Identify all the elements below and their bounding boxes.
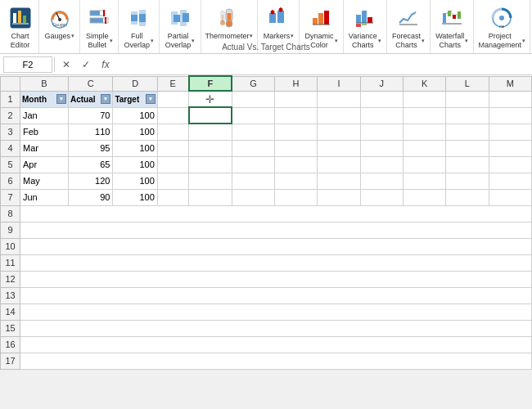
thermometer-button[interactable]: Thermometer▾	[202, 3, 255, 43]
cell-f7[interactable]	[189, 189, 232, 205]
cell-h2[interactable]	[274, 107, 317, 124]
cell-g2[interactable]	[232, 107, 274, 124]
cell-g5[interactable]	[232, 156, 274, 173]
cell-m6[interactable]	[489, 173, 531, 189]
cell-i3[interactable]	[318, 124, 360, 140]
cell-j7[interactable]	[360, 189, 403, 205]
cell-h1[interactable]	[274, 91, 317, 107]
empty-row-9[interactable]	[20, 222, 532, 238]
cell-b1[interactable]: Month ▾	[20, 91, 69, 107]
name-box[interactable]	[3, 56, 52, 73]
cell-l5[interactable]	[446, 156, 489, 173]
cell-f2[interactable]	[189, 107, 232, 124]
cell-j6[interactable]	[360, 173, 403, 189]
formula-input[interactable]	[117, 56, 529, 73]
col-header-k[interactable]: K	[403, 76, 445, 91]
empty-row-13[interactable]	[20, 287, 532, 303]
cell-e2[interactable]	[157, 107, 188, 124]
cell-c4[interactable]: 95	[69, 140, 113, 156]
cell-c2[interactable]: 70	[69, 107, 113, 124]
cell-l2[interactable]	[446, 107, 489, 124]
cell-l3[interactable]	[446, 124, 489, 140]
cell-i7[interactable]	[318, 189, 360, 205]
cell-f1[interactable]: ✛	[189, 91, 232, 107]
col-header-g[interactable]: G	[232, 76, 274, 91]
cell-g4[interactable]	[232, 140, 274, 156]
cell-j4[interactable]	[360, 140, 403, 156]
cell-f6[interactable]	[189, 173, 232, 189]
col-header-c[interactable]: C	[69, 76, 113, 91]
dynamic-color-button[interactable]: DynamicColor▾	[303, 3, 340, 52]
empty-row-8[interactable]	[20, 205, 532, 222]
cell-e1[interactable]	[157, 91, 188, 107]
cell-l6[interactable]	[446, 173, 489, 189]
cell-e4[interactable]	[157, 140, 188, 156]
empty-row-16[interactable]	[20, 336, 532, 353]
cell-l1[interactable]	[446, 91, 489, 107]
actual-filter-arrow[interactable]: ▾	[101, 94, 110, 104]
col-header-d[interactable]: D	[113, 76, 157, 91]
cell-c5[interactable]: 65	[69, 156, 113, 173]
empty-row-12[interactable]	[20, 271, 532, 287]
cell-g7[interactable]	[232, 189, 274, 205]
cell-e7[interactable]	[157, 189, 188, 205]
empty-row-17[interactable]	[20, 353, 532, 369]
cell-f4[interactable]	[189, 140, 232, 156]
cell-m7[interactable]	[489, 189, 531, 205]
cancel-formula-button[interactable]: ✕	[58, 56, 74, 73]
fx-button[interactable]: fx	[97, 56, 114, 73]
confirm-formula-button[interactable]: ✓	[78, 56, 94, 73]
waterfall-charts-button[interactable]: WaterfallCharts▾	[433, 3, 471, 52]
col-header-f[interactable]: F	[189, 76, 232, 91]
cell-h3[interactable]	[274, 124, 317, 140]
cell-k2[interactable]	[403, 107, 445, 124]
cell-g1[interactable]	[232, 91, 274, 107]
cell-h5[interactable]	[274, 156, 317, 173]
empty-row-10[interactable]	[20, 238, 532, 254]
cell-c3[interactable]: 110	[69, 124, 113, 140]
cell-h4[interactable]	[274, 140, 317, 156]
cell-c1[interactable]: Actual ▾	[69, 91, 113, 107]
cell-i1[interactable]	[318, 91, 360, 107]
cell-e5[interactable]	[157, 156, 188, 173]
cell-m2[interactable]	[489, 107, 531, 124]
cell-b4[interactable]: Mar	[20, 140, 69, 156]
cell-j2[interactable]	[360, 107, 403, 124]
cell-j1[interactable]	[360, 91, 403, 107]
cell-d1[interactable]: Target ▾	[113, 91, 157, 107]
cell-k7[interactable]	[403, 189, 445, 205]
cell-g3[interactable]	[232, 124, 274, 140]
cell-b3[interactable]: Feb	[20, 124, 69, 140]
cell-i6[interactable]	[318, 173, 360, 189]
full-overlap-button[interactable]: FullOverlap▾	[121, 3, 156, 52]
cell-f3[interactable]	[189, 124, 232, 140]
cell-b2[interactable]: Jan	[20, 107, 69, 124]
cell-b7[interactable]: Jun	[20, 189, 69, 205]
variance-charts-button[interactable]: VarianceCharts▾	[346, 3, 384, 52]
cell-d6[interactable]: 100	[113, 173, 157, 189]
cell-g6[interactable]	[232, 173, 274, 189]
cell-h6[interactable]	[274, 173, 317, 189]
cell-d4[interactable]: 100	[113, 140, 157, 156]
col-header-m[interactable]: M	[489, 76, 531, 91]
chart-editor-button[interactable]: ChartEditor	[5, 3, 36, 52]
gauges-button[interactable]: Gauges Gauges▾	[43, 3, 78, 43]
cell-c7[interactable]: 90	[69, 189, 113, 205]
empty-row-11[interactable]	[20, 254, 532, 271]
cell-k5[interactable]	[403, 156, 445, 173]
col-header-h[interactable]: H	[274, 76, 317, 91]
cell-i2[interactable]	[318, 107, 360, 124]
cell-k4[interactable]	[403, 140, 445, 156]
cell-j5[interactable]	[360, 156, 403, 173]
cell-c6[interactable]: 120	[69, 173, 113, 189]
cell-m5[interactable]	[489, 156, 531, 173]
col-header-l[interactable]: L	[446, 76, 489, 91]
forecast-charts-button[interactable]: ForecastCharts▾	[390, 3, 427, 52]
cell-i5[interactable]	[318, 156, 360, 173]
col-header-b[interactable]: B	[20, 76, 69, 91]
simple-bullet-button[interactable]: SimpleBullet▾	[83, 3, 115, 52]
cell-m1[interactable]	[489, 91, 531, 107]
cell-e3[interactable]	[157, 124, 188, 140]
cell-j3[interactable]	[360, 124, 403, 140]
cell-l4[interactable]	[446, 140, 489, 156]
